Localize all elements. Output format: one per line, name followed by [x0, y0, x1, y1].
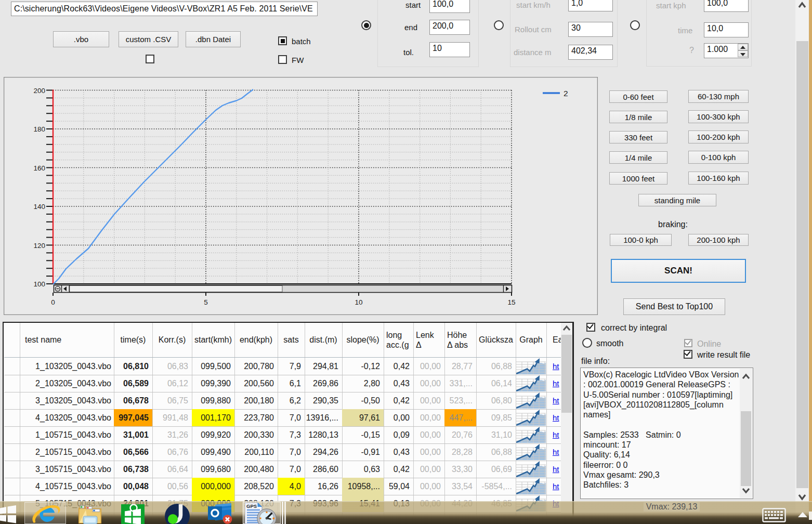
- svg-text:0: 0: [51, 298, 55, 306]
- svg-text:200: 200: [33, 87, 45, 95]
- svg-text:160: 160: [33, 164, 45, 172]
- svg-text:100: 100: [33, 280, 45, 288]
- svg-text:GPS: GPS: [246, 503, 257, 509]
- svg-text:140: 140: [33, 203, 45, 211]
- svg-text:15: 15: [507, 298, 515, 306]
- svg-text:10: 10: [355, 298, 362, 306]
- svg-text:5: 5: [204, 298, 208, 306]
- svg-text:180: 180: [33, 125, 45, 133]
- svg-text:2: 2: [564, 89, 568, 98]
- svg-text:120: 120: [33, 242, 45, 250]
